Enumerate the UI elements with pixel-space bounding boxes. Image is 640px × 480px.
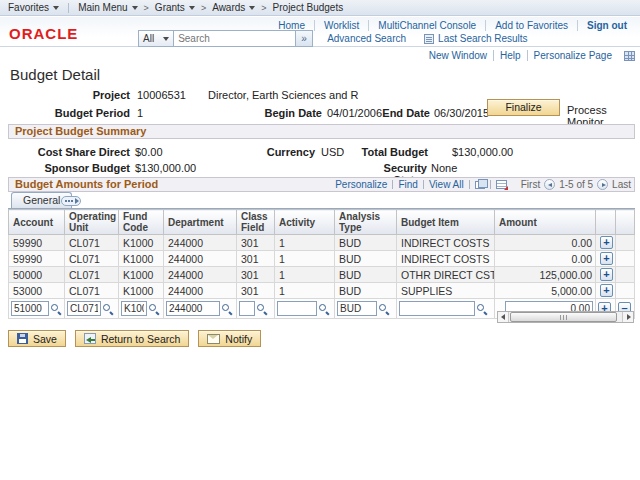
lookup-icon[interactable] <box>148 303 160 315</box>
toolbar-separator <box>469 180 470 189</box>
save-disk-icon <box>17 333 28 344</box>
end-date-label: End Date <box>382 107 430 119</box>
add-row-button[interactable]: + <box>600 284 613 297</box>
notify-button-label: Notify <box>225 333 252 345</box>
breadcrumb-favorites-label: Favorites <box>8 2 49 13</box>
pager-first-label[interactable]: First <box>521 178 540 191</box>
horizontal-scrollbar[interactable] <box>497 311 634 323</box>
scrollbar-track <box>509 312 622 322</box>
search-scope-value: All <box>143 33 154 44</box>
lookup-icon[interactable] <box>476 303 488 315</box>
save-button[interactable]: Save <box>8 330 66 347</box>
search-go-button[interactable]: » <box>296 30 313 47</box>
budget-amounts-header: Budget Amounts for Period Personalize Fi… <box>8 177 635 192</box>
notify-button[interactable]: Notify <box>198 330 261 347</box>
lookup-icon[interactable] <box>221 303 233 315</box>
pager-last-label[interactable]: Last <box>612 178 631 191</box>
breadcrumb-main-menu[interactable]: Main Menu <box>78 2 137 13</box>
chevron-down-icon <box>189 6 195 10</box>
currency-label: Currency <box>255 146 315 158</box>
add-row-button[interactable]: + <box>600 268 613 281</box>
security-status-value: None <box>431 162 457 174</box>
breadcrumb-current-page[interactable]: Project Budgets <box>273 2 344 13</box>
scroll-left-arrow[interactable] <box>498 312 509 322</box>
page-action-toolbar: Save Return to Search Notify <box>8 330 261 347</box>
breadcrumb-separator: > <box>201 3 206 13</box>
department-input[interactable] <box>166 301 220 316</box>
new-window-link[interactable]: New Window <box>423 50 493 61</box>
table-row: 59990 CL071 K1000 244000 301 1 BUD INDIR… <box>9 251 635 267</box>
personalize-link[interactable]: Personalize <box>335 178 387 191</box>
project-budget-summary-header: Project Budget Summary <box>8 124 635 139</box>
analysis-type-input[interactable] <box>337 301 377 316</box>
account-input[interactable] <box>11 301 49 316</box>
table-row: 50000 CL071 K1000 244000 301 1 BUD OTHR … <box>9 267 635 283</box>
finalize-button[interactable]: Finalize <box>487 99 560 116</box>
sponsor-budget-label: Sponsor Budget <box>0 162 130 174</box>
activity-input[interactable] <box>277 301 317 316</box>
envelope-icon <box>207 334 220 344</box>
help-link[interactable]: Help <box>493 50 527 61</box>
save-button-label: Save <box>33 333 57 345</box>
add-row-button[interactable]: + <box>600 236 613 249</box>
breadcrumb-separator: > <box>144 3 149 13</box>
return-to-search-button[interactable]: Return to Search <box>75 330 189 347</box>
breadcrumb-grants[interactable]: Grants <box>155 2 195 13</box>
sign-out-link[interactable]: Sign out <box>577 20 636 31</box>
toolbar-separator <box>423 180 424 189</box>
pager-range: 1-5 of 5 <box>559 178 593 191</box>
project-label: Project <box>0 89 130 101</box>
download-to-excel-icon[interactable] <box>496 180 507 189</box>
chevron-down-icon <box>163 37 169 41</box>
project-description: Director, Earth Sciences and R <box>208 89 358 101</box>
lookup-icon[interactable] <box>378 303 390 315</box>
col-analysis-type: Analysis Type <box>335 210 397 235</box>
grid-pager: First 1-5 of 5 Last <box>521 178 631 191</box>
end-date-value: 06/30/2015 <box>434 107 489 119</box>
next-page-icon[interactable] <box>597 179 608 190</box>
class-field-input[interactable] <box>239 301 255 316</box>
breadcrumb-awards[interactable]: Awards <box>212 2 255 13</box>
grid-toolbar: Personalize Find View All First 1-5 of 5… <box>335 178 631 191</box>
cost-share-direct-label: Cost Share Direct <box>0 146 130 158</box>
view-all-link[interactable]: View All <box>429 178 464 191</box>
previous-page-icon[interactable] <box>544 179 555 190</box>
budget-period-value: 1 <box>137 107 143 119</box>
scroll-right-arrow[interactable] <box>622 312 633 322</box>
advanced-search-link[interactable]: Advanced Search <box>327 33 406 44</box>
breadcrumb-main-menu-label: Main Menu <box>78 2 127 13</box>
page-layout-icon[interactable] <box>624 51 635 61</box>
breadcrumb-favorites[interactable]: Favorites <box>8 2 59 13</box>
lookup-icon[interactable] <box>318 303 330 315</box>
show-all-columns-icon[interactable] <box>61 196 81 206</box>
col-fund-code: Fund Code <box>119 210 164 235</box>
lookup-icon[interactable] <box>102 303 114 315</box>
table-row: 53000 CL071 K1000 244000 301 1 BUD SUPPL… <box>9 283 635 299</box>
oracle-logo: ORACLE <box>9 25 78 42</box>
last-search-results[interactable]: Last Search Results <box>424 33 528 44</box>
page-links: New Window Help Personalize Page <box>423 50 635 61</box>
operating-unit-input[interactable] <box>67 301 101 316</box>
col-budget-item: Budget Item <box>397 210 495 235</box>
zoom-grid-icon[interactable] <box>475 181 485 189</box>
col-amount: Amount <box>495 210 596 235</box>
col-account: Account <box>9 210 65 235</box>
col-class-field: Class Field <box>237 210 275 235</box>
col-department: Department <box>164 210 237 235</box>
search-scope-select[interactable]: All <box>138 30 174 47</box>
personalize-page-link[interactable]: Personalize Page <box>527 50 618 61</box>
budget-item-input[interactable] <box>399 301 475 316</box>
search-input[interactable] <box>174 30 296 47</box>
budget-period-label: Budget Period <box>0 107 130 119</box>
col-operating-unit: Operating Unit <box>65 210 119 235</box>
lookup-icon[interactable] <box>256 303 268 315</box>
chevron-down-icon <box>53 6 59 10</box>
find-link[interactable]: Find <box>398 178 417 191</box>
search-results-icon <box>424 34 434 44</box>
return-to-search-label: Return to Search <box>101 333 180 345</box>
search-bar: All » Advanced Search Last Search Result… <box>138 30 528 47</box>
fund-code-input[interactable] <box>121 301 147 316</box>
add-row-button[interactable]: + <box>600 252 613 265</box>
lookup-icon[interactable] <box>50 303 62 315</box>
scrollbar-thumb[interactable] <box>510 312 617 322</box>
